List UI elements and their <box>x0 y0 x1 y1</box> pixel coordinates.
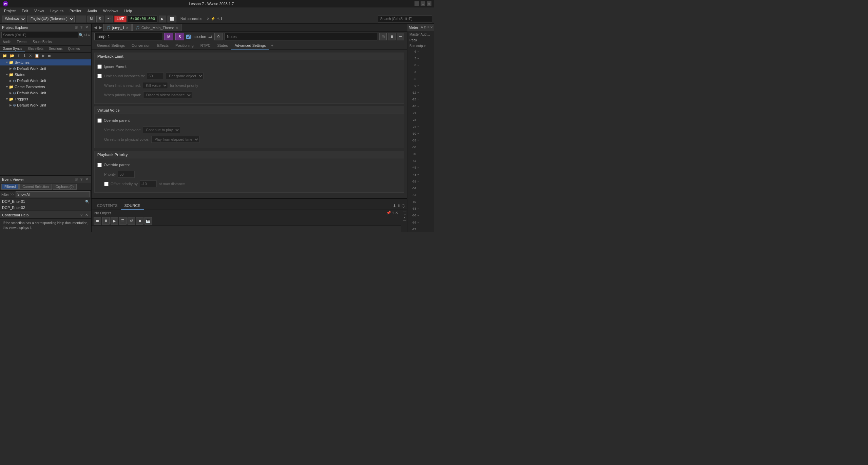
ev-close-button[interactable]: ✕ <box>84 177 89 182</box>
src-pause-btn[interactable]: ⏸ <box>102 217 110 225</box>
meter-settings-btn[interactable]: ⚙ <box>424 25 427 29</box>
tab-soundbanks[interactable]: SoundBanks <box>30 39 55 45</box>
tab-events[interactable]: Events <box>14 39 30 45</box>
limit-sound-input[interactable] <box>147 73 164 79</box>
tab-rtpc[interactable]: RTPC <box>197 42 214 50</box>
ev-tab-orphans[interactable]: Orphans (0) <box>53 184 77 190</box>
tree-item-gameparams[interactable]: ▼ 📁 Game Parameters <box>0 84 91 90</box>
source-close-btn[interactable]: ✕ <box>395 211 398 215</box>
content-tab-cubemain[interactable]: 🎵 Cube_Main_Theme ✕ <box>132 24 181 31</box>
limit-sound-checkbox[interactable] <box>97 74 102 78</box>
source-expand-btn[interactable]: ⬡ <box>402 204 405 208</box>
wave-button[interactable]: 〜 <box>105 16 113 22</box>
tab-game-syncs[interactable]: Game Syncs <box>0 46 25 52</box>
exp-add-btn[interactable]: 📁 <box>1 53 8 58</box>
tab-queries[interactable]: Queries <box>65 46 83 52</box>
src-loop-btn[interactable]: ↺ <box>128 217 135 225</box>
source-help-btn[interactable]: ? <box>392 211 394 215</box>
transport-btn2[interactable]: ⬜ <box>168 16 176 22</box>
override-parent-pp-checkbox[interactable] <box>97 163 102 167</box>
exp-btn5[interactable]: ✕ <box>28 53 33 58</box>
source-import-btn[interactable]: ⬇ <box>393 204 396 208</box>
ev-tab-current[interactable]: Current Selection <box>19 184 52 190</box>
share-button[interactable]: ⇄ <box>208 34 212 39</box>
side-btn-3[interactable]: - <box>402 217 407 218</box>
transport-btn1[interactable]: ▶ <box>159 16 166 22</box>
pe-dock-button[interactable]: ⊞ <box>74 25 79 30</box>
exp-btn6[interactable]: 📋 <box>34 53 40 58</box>
tree-item-triggers[interactable]: ▼ 📁 Triggers <box>0 96 91 102</box>
ev-help-button[interactable]: ? <box>79 177 83 182</box>
offset-priority-checkbox[interactable] <box>104 182 109 186</box>
minimize-button[interactable]: ─ <box>414 1 419 6</box>
menu-profiler[interactable]: Profiler <box>67 8 84 14</box>
filter-input[interactable] <box>16 191 90 197</box>
project-search-input[interactable] <box>1 32 78 38</box>
offset-priority-input[interactable] <box>140 180 157 187</box>
tab-audio[interactable]: Audio <box>0 39 14 45</box>
tree-item-gameparams-dwu[interactable]: ▶ ⊙ Default Work Unit <box>0 90 91 96</box>
ev-tab-filtered[interactable]: Filtered <box>1 184 19 190</box>
ch-close-button[interactable]: ✕ <box>84 212 89 217</box>
menu-edit[interactable]: Edit <box>19 8 31 14</box>
windows-select[interactable]: Windows <box>2 16 26 22</box>
header-btn-2[interactable]: ⏸ <box>388 33 396 40</box>
language-select[interactable]: English(US) (Reference) <box>27 16 75 22</box>
s-button[interactable]: S <box>96 16 103 22</box>
exp-btn7[interactable]: ▶ <box>41 53 46 58</box>
live-button[interactable]: LIVE <box>114 16 127 22</box>
return-physical-select[interactable]: Play from elapsed time <box>151 136 199 143</box>
content-tab-jump1-close[interactable]: ✕ <box>126 26 129 30</box>
object-s-button[interactable]: S <box>175 33 184 40</box>
tree-item-switches-dwu[interactable]: ▶ ⊙ Default Work Unit <box>0 65 91 72</box>
close-button[interactable]: ✕ <box>427 1 431 6</box>
kill-voice-select[interactable]: Kill voice <box>143 82 168 89</box>
tab-back-button[interactable]: ◀ <box>93 25 98 30</box>
src-play-btn[interactable]: ▶ <box>111 217 118 225</box>
priority-input[interactable] <box>118 171 135 178</box>
ch-help-button[interactable]: ? <box>79 212 83 217</box>
tree-item-states[interactable]: ▼ 📁 States <box>0 72 91 78</box>
event-item-dcp-enter01[interactable]: DCP_Enter01 🔍 <box>0 198 91 205</box>
tab-general-settings[interactable]: General Settings <box>94 42 128 50</box>
menu-layouts[interactable]: Layouts <box>47 8 66 14</box>
settings-tab-add[interactable]: + <box>269 42 275 50</box>
global-search-input[interactable] <box>378 16 432 22</box>
ignore-parent-checkbox[interactable] <box>97 64 102 69</box>
object-name-input[interactable] <box>94 33 162 40</box>
exp-folder-btn[interactable]: 📂 <box>9 53 16 58</box>
source-export-btn[interactable]: ⬆ <box>397 204 401 208</box>
meter-options-btn[interactable]: ≡ <box>427 25 429 29</box>
tab-sessions[interactable]: Sessions <box>46 46 65 52</box>
layout-btn[interactable] <box>76 16 86 22</box>
tab-positioning[interactable]: Positioning <box>172 42 197 50</box>
notes-input[interactable] <box>225 33 377 40</box>
tab-states[interactable]: States <box>214 42 231 50</box>
search-go-button[interactable]: 🔍 <box>79 33 83 37</box>
side-btn-1[interactable]: | <box>402 211 407 212</box>
override-parent-vv-checkbox[interactable] <box>97 118 102 123</box>
side-btn-4[interactable]: | <box>402 220 407 221</box>
source-pin-btn[interactable]: 📌 <box>386 211 391 215</box>
meter-audio-btn[interactable]: A <box>421 25 423 29</box>
object-m-button[interactable]: M <box>164 33 173 40</box>
search-refresh-button[interactable]: ↺ <box>84 33 87 37</box>
exp-btn4[interactable]: ⬇ <box>22 53 27 58</box>
tab-advanced-settings[interactable]: Advanced Settings <box>231 42 269 50</box>
exp-btn8[interactable]: ⏹ <box>46 54 52 58</box>
src-list-btn[interactable]: ☰ <box>119 217 127 225</box>
side-btn-2[interactable]: + <box>402 214 407 216</box>
tab-conversion[interactable]: Conversion <box>128 42 154 50</box>
maximize-button[interactable]: □ <box>421 1 425 6</box>
pe-close-button[interactable]: ✕ <box>84 25 89 30</box>
content-tab-cubemain-close[interactable]: ✕ <box>176 26 178 30</box>
exp-btn3[interactable]: ⬆ <box>16 53 21 58</box>
tree-item-triggers-dwu[interactable]: ▶ ⊙ Default Work Unit <box>0 102 91 108</box>
header-btn-3[interactable]: ═ <box>397 33 404 40</box>
header-btn-1[interactable]: ⊞ <box>379 33 387 40</box>
pe-help-button[interactable]: ? <box>79 25 83 30</box>
menu-project[interactable]: Project <box>1 8 18 14</box>
tab-sharesets[interactable]: ShareSets <box>25 46 46 52</box>
tab-forward-button[interactable]: ▶ <box>98 25 103 30</box>
source-tab-contents[interactable]: CONTENTS <box>94 202 121 210</box>
